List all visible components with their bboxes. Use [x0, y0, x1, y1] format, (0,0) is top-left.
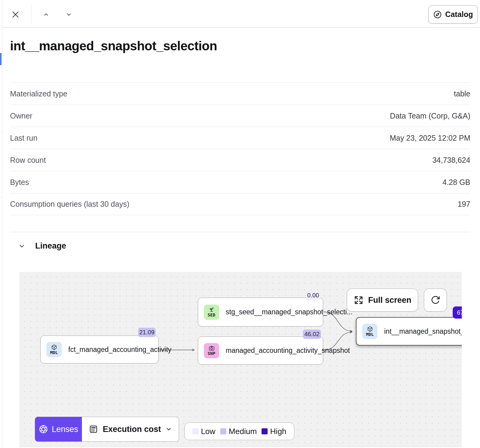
catalog-button-label: Catalog — [445, 10, 473, 19]
node-label: int__managed_snapshot_selection — [384, 327, 462, 336]
selected-row-indicator — [0, 53, 2, 65]
metadata-row: Last run May 23, 2025 12:02 PM — [10, 127, 470, 149]
lenses-button-label: Lenses — [52, 425, 78, 434]
metadata-row: Bytes 4.28 GB — [10, 171, 470, 193]
metadata-value: table — [454, 89, 470, 98]
metadata-value: 4.28 GB — [442, 178, 470, 187]
legend-label: High — [270, 427, 286, 436]
sprout-icon — [208, 306, 215, 313]
cost-legend: Low Medium High — [184, 423, 294, 440]
metadata-label: Row count — [10, 156, 46, 165]
cube-icon — [51, 344, 57, 350]
medium-cost-swatch — [220, 428, 226, 434]
refresh-icon — [431, 295, 440, 305]
lens-selected-label: Execution cost — [103, 425, 161, 434]
seed-type-chip: SED — [204, 305, 219, 320]
metadata-row: Materialized type table — [10, 82, 470, 105]
lineage-node-fct-managed-accounting-activity[interactable]: MDL fct_managed_accounting_activity — [40, 336, 159, 363]
metadata-label: Last run — [10, 134, 37, 142]
node-label: managed_accounting_activity_snapshot — [226, 346, 350, 355]
chevron-down-icon[interactable] — [18, 242, 25, 250]
node-type-label: SNP — [208, 351, 215, 356]
chevron-down-icon[interactable] — [64, 10, 74, 19]
legend-item-high: High — [262, 427, 286, 436]
node-label: stg_seed__managed_snapshot_selecti... — [226, 308, 353, 316]
panel-toolbar: Catalog — [2, 0, 480, 28]
legend-item-medium: Medium — [220, 427, 257, 436]
chevron-up-icon[interactable] — [41, 10, 51, 19]
lenses-button[interactable]: Lenses — [35, 417, 82, 442]
model-type-chip: MDL — [46, 342, 62, 357]
close-icon[interactable] — [10, 9, 21, 20]
lineage-section-title: Lineage — [35, 241, 66, 251]
lineage-node-managed-accounting-activity-snapshot[interactable]: SNP managed_accounting_activity_snapshot — [198, 336, 323, 365]
lineage-section-header[interactable]: Lineage — [18, 241, 66, 251]
lens-selector-dropdown[interactable]: Execution cost — [82, 417, 179, 442]
page-title: int__managed_snapshot_selection — [10, 39, 217, 53]
compass-icon — [433, 10, 442, 19]
metadata-value: 197 — [458, 200, 470, 209]
refresh-button[interactable] — [424, 289, 447, 312]
metadata-label: Owner — [10, 112, 32, 120]
metadata-label: Bytes — [10, 178, 29, 187]
catalog-button[interactable]: Catalog — [428, 5, 478, 24]
legend-item-low: Low — [192, 427, 215, 436]
toolbar-divider — [31, 4, 32, 24]
metadata-label: Consumption queries (last 30 days) — [10, 200, 129, 209]
metadata-row: Row count 34,738,624 — [10, 149, 470, 171]
metadata-value: 34,738,624 — [432, 156, 470, 165]
lineage-node-int-managed-snapshot-selection[interactable]: MDL int__managed_snapshot_selection — [356, 317, 462, 346]
chevron-down-icon — [165, 426, 172, 433]
camera-icon — [208, 345, 215, 351]
legend-label: Medium — [229, 427, 257, 436]
fullscreen-button[interactable]: Full screen — [347, 289, 418, 312]
node-type-label: MDL — [50, 350, 58, 355]
execution-cost-icon — [89, 424, 98, 434]
cost-badge: 67 — [453, 306, 462, 319]
metadata-value: Data Team (Corp, G&A) — [390, 112, 470, 120]
metadata-value: May 23, 2025 12:02 PM — [390, 134, 470, 142]
high-cost-swatch — [262, 428, 268, 434]
cube-icon — [367, 326, 373, 332]
snapshot-type-chip: SNP — [204, 343, 219, 358]
background-page-sliver — [0, 0, 2, 448]
cost-badge: 46.02 — [303, 329, 321, 339]
metadata-row: Consumption queries (last 30 days) 197 — [10, 193, 470, 215]
cost-badge: 21.09 — [138, 328, 156, 337]
node-label: fct_managed_accounting_activity — [68, 346, 171, 354]
metadata-row: Owner Data Team (Corp, G&A) — [10, 105, 470, 127]
metadata-table: Materialized type table Owner Data Team … — [10, 82, 470, 215]
node-type-label: SED — [208, 313, 215, 317]
aperture-icon — [39, 424, 48, 434]
node-type-label: MDL — [366, 332, 374, 337]
lineage-canvas[interactable]: 21.09 MDL fct_managed_accounting_activit… — [19, 272, 462, 447]
low-cost-swatch — [192, 428, 198, 434]
lineage-node-stg-seed-managed-snapshot-selection[interactable]: SED stg_seed__managed_snapshot_selecti..… — [198, 298, 323, 326]
section-divider — [10, 232, 470, 232]
model-type-chip: MDL — [362, 324, 377, 339]
cost-badge: 0.00 — [306, 291, 320, 300]
legend-label: Low — [201, 427, 215, 436]
lenses-control: Lenses Execution cost — [35, 417, 179, 442]
fullscreen-button-label: Full screen — [368, 296, 411, 305]
metadata-label: Materialized type — [10, 89, 67, 98]
expand-icon — [353, 295, 364, 305]
